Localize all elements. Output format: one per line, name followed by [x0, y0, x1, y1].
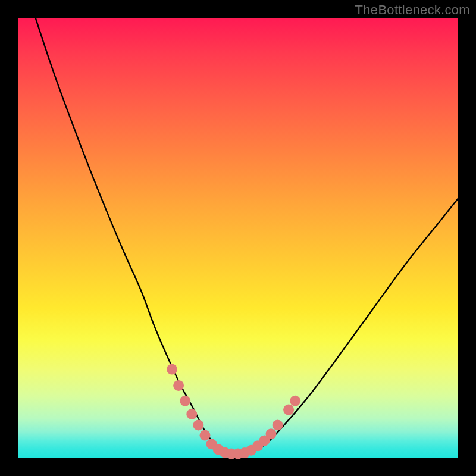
curve-marker [283, 405, 294, 415]
curve-marker [193, 420, 203, 431]
bottleneck-curve [36, 18, 458, 455]
curve-marker [273, 420, 283, 431]
curve-marker [200, 430, 211, 441]
watermark-text: TheBottleneck.com [355, 2, 470, 18]
curve-marker [173, 380, 184, 391]
curve-marker [180, 396, 190, 406]
marker-group [167, 364, 300, 459]
curve-group [36, 18, 458, 455]
curve-marker [266, 428, 277, 439]
chart-svg [0, 0, 476, 476]
curve-marker [290, 396, 300, 406]
curve-marker [186, 409, 197, 419]
curve-marker [167, 364, 177, 375]
